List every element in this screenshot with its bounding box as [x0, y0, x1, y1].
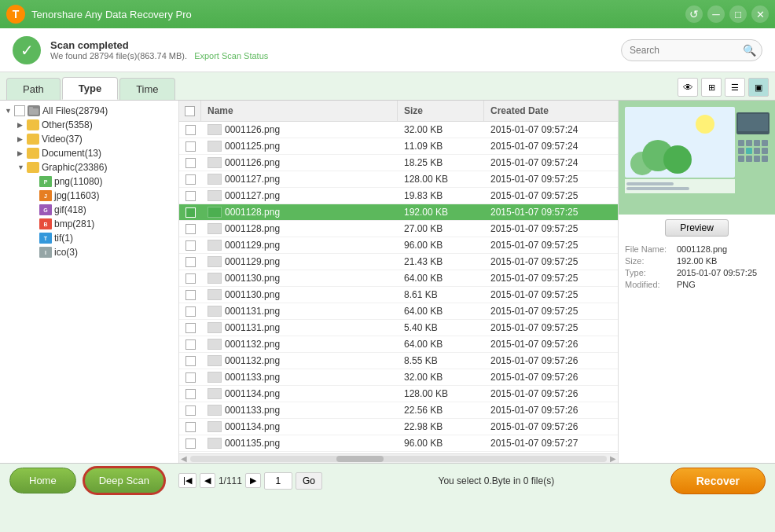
row-name: 0001130.png: [201, 270, 398, 286]
row-checkbox[interactable]: [179, 189, 201, 204]
export-scan-link[interactable]: Export Scan Status: [194, 51, 268, 61]
pagination-controls: |◀ ◀ 1/111 ▶ Go: [178, 472, 322, 490]
row-name: 0001130.png: [201, 287, 398, 303]
svg-rect-26: [626, 182, 674, 185]
tree-label-graphic: Graphic(23386): [42, 162, 107, 173]
view-icon-list[interactable]: ☰: [725, 78, 745, 97]
meta-modified-val: PNG: [677, 280, 696, 289]
row-checkbox[interactable]: [179, 222, 201, 237]
page-current: 1/111: [219, 475, 242, 486]
header-checkbox-col[interactable]: [179, 101, 201, 121]
folder-icon-graphic: [27, 162, 39, 173]
recover-button[interactable]: Recover: [670, 468, 766, 494]
file-row[interactable]: 0001131.png64.00 KB2015-01-07 09:57:25: [179, 303, 618, 320]
file-icon-bmp: B: [39, 218, 52, 229]
file-row[interactable]: 0001135.png96.00 KB2015-01-07 09:57:27: [179, 435, 618, 452]
view-icon-grid[interactable]: ⊞: [701, 78, 722, 97]
preview-button[interactable]: Preview: [665, 219, 729, 237]
row-name: 0001128.png: [201, 204, 398, 220]
home-button[interactable]: Home: [9, 468, 76, 493]
tree-item-png[interactable]: P png(11080): [28, 174, 175, 189]
row-date: 2015-01-07 09:57:26: [484, 369, 618, 385]
page-next-btn[interactable]: ▶: [245, 473, 261, 488]
file-row[interactable]: 0001125.png11.09 KB2015-01-07 09:57:24: [179, 138, 618, 155]
row-checkbox[interactable]: [179, 238, 201, 253]
file-row[interactable]: 0001128.png27.00 KB2015-01-07 09:57:25: [179, 221, 618, 237]
tree-item-allfiles[interactable]: ▼ All Files(28794): [3, 104, 175, 118]
close-btn[interactable]: ✕: [751, 6, 769, 23]
row-checkbox[interactable]: [179, 139, 201, 154]
row-checkbox[interactable]: [179, 255, 201, 270]
row-checkbox[interactable]: [179, 370, 201, 385]
meta-type-row: Type: 2015-01-07 09:57:25: [625, 268, 769, 277]
file-row[interactable]: 0001126.png32.00 KB2015-01-07 09:57:24: [179, 122, 618, 138]
tree-item-video[interactable]: ▶ Video(37): [16, 132, 175, 146]
row-checkbox[interactable]: [179, 420, 201, 435]
tab-type[interactable]: Type: [62, 77, 118, 100]
file-row[interactable]: 0001126.png18.25 KB2015-01-07 09:57:24: [179, 155, 618, 171]
svg-rect-3: [29, 107, 33, 109]
page-first-btn[interactable]: |◀: [178, 473, 197, 488]
row-name: 0001129.png: [201, 237, 398, 253]
file-row[interactable]: 0001133.png22.56 KB2015-01-07 09:57:26: [179, 402, 618, 419]
row-checkbox[interactable]: [179, 403, 201, 418]
tree-item-ico[interactable]: I ico(3): [28, 245, 175, 259]
minimize-btn[interactable]: ─: [707, 6, 725, 23]
file-row[interactable]: 0001131.png5.40 KB2015-01-07 09:57:25: [179, 320, 618, 336]
restore-btn[interactable]: □: [729, 6, 747, 23]
view-icon-detail[interactable]: ▣: [748, 78, 769, 97]
row-checkbox[interactable]: [179, 288, 201, 303]
back-btn[interactable]: ↺: [685, 6, 703, 23]
row-date: 2015-01-07 09:57:25: [484, 287, 618, 303]
row-checkbox[interactable]: [179, 156, 201, 171]
file-row[interactable]: 0001129.png21.43 KB2015-01-07 09:57:25: [179, 254, 618, 270]
tree-item-bmp[interactable]: B bmp(281): [28, 217, 175, 231]
search-input[interactable]: [621, 39, 762, 61]
file-row[interactable]: 0001127.png128.00 KB2015-01-07 09:57:25: [179, 171, 618, 188]
file-row[interactable]: 0001134.png128.00 KB2015-01-07 09:57:26: [179, 386, 618, 402]
tree-item-tif[interactable]: T tif(1): [28, 231, 175, 245]
row-checkbox[interactable]: [179, 337, 201, 352]
file-row[interactable]: 0001129.png96.00 KB2015-01-07 09:57:25: [179, 237, 618, 254]
checkbox-allfiles[interactable]: [14, 105, 25, 116]
file-row[interactable]: 0001134.png22.98 KB2015-01-07 09:57:26: [179, 419, 618, 435]
view-icon-eye[interactable]: 👁: [678, 78, 698, 97]
row-size: 22.56 KB: [398, 402, 484, 418]
row-checkbox[interactable]: [179, 321, 201, 336]
row-checkbox[interactable]: [179, 172, 201, 187]
page-number-input[interactable]: [264, 472, 292, 490]
file-row[interactable]: 0001133.png32.00 KB2015-01-07 09:57:26: [179, 369, 618, 386]
tree-item-other[interactable]: ▶ Other(5358): [16, 118, 175, 132]
file-row[interactable]: 0001132.png8.55 KB2015-01-07 09:57:26: [179, 353, 618, 369]
row-size: 11.09 KB: [398, 138, 484, 154]
main-area: ▼ All Files(28794) ▶ Other(5358) ▶ Video…: [0, 101, 775, 463]
row-checkbox[interactable]: [179, 123, 201, 138]
tree-item-jpg[interactable]: J jpg(11603): [28, 189, 175, 203]
tab-path[interactable]: Path: [6, 78, 61, 100]
hscrollbar[interactable]: ◀ ▶: [179, 453, 618, 463]
meta-type-val: 2015-01-07 09:57:25: [677, 268, 757, 277]
row-checkbox[interactable]: [179, 304, 201, 319]
row-checkbox[interactable]: [179, 354, 201, 369]
row-checkbox[interactable]: [179, 387, 201, 402]
search-button[interactable]: 🔍: [743, 44, 756, 57]
file-row[interactable]: 0001128.png192.00 KB2015-01-07 09:57:25: [179, 204, 618, 221]
tab-time[interactable]: Time: [119, 78, 174, 100]
row-checkbox[interactable]: [179, 205, 201, 220]
deepscan-button[interactable]: Deep Scan: [83, 466, 166, 495]
file-row[interactable]: 0001132.png64.00 KB2015-01-07 09:57:26: [179, 336, 618, 353]
page-go-button[interactable]: Go: [296, 472, 322, 490]
tree-item-gif[interactable]: G gif(418): [28, 203, 175, 217]
row-size: 8.55 KB: [398, 353, 484, 369]
meta-type-label: Type:: [625, 268, 677, 277]
tree-toggle-graphic: ▼: [17, 163, 27, 171]
row-name: 0001125.png: [201, 138, 398, 154]
tree-item-graphic[interactable]: ▼ Graphic(23386): [16, 160, 175, 174]
file-row[interactable]: 0001130.png8.61 KB2015-01-07 09:57:25: [179, 287, 618, 303]
page-prev-btn[interactable]: ◀: [200, 473, 215, 488]
row-checkbox[interactable]: [179, 436, 201, 451]
file-row[interactable]: 0001130.png64.00 KB2015-01-07 09:57:25: [179, 270, 618, 287]
tree-item-document[interactable]: ▶ Document(13): [16, 146, 175, 160]
row-checkbox[interactable]: [179, 271, 201, 286]
file-row[interactable]: 0001127.png19.83 KB2015-01-07 09:57:25: [179, 188, 618, 204]
